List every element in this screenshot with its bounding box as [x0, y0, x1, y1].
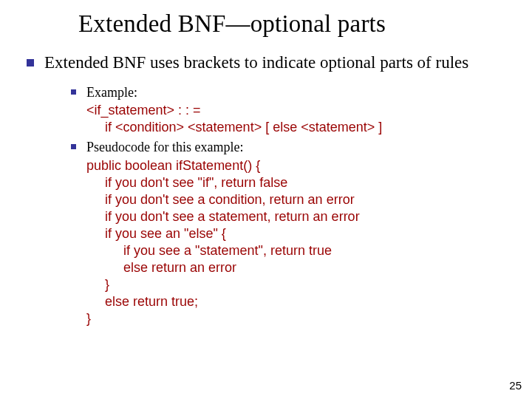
pseudocode-label: Pseudocode for this example:	[86, 139, 243, 156]
slide-title: Extended BNF—optional parts	[78, 10, 505, 38]
square-bullet-icon	[71, 144, 76, 149]
square-bullet-icon	[71, 89, 76, 95]
page-number: 25	[509, 379, 522, 392]
example-label: Example:	[86, 84, 137, 101]
bullet-level1-text: Extended BNF uses brackets to indicate o…	[44, 52, 468, 74]
bullet-level2: Pseudocode for this example:	[71, 139, 505, 156]
example-code: <if_statement> : : = if <condition> <sta…	[86, 102, 505, 136]
pseudocode-block: public boolean ifStatement() { if you do…	[86, 157, 505, 327]
bullet-level1: Extended BNF uses brackets to indicate o…	[27, 52, 505, 74]
bullet-level2: Example:	[71, 84, 505, 101]
sublist: Example: <if_statement> : : = if <condit…	[71, 84, 505, 327]
slide: Extended BNF—optional parts Extended BNF…	[0, 0, 532, 399]
square-bullet-icon	[27, 59, 34, 66]
